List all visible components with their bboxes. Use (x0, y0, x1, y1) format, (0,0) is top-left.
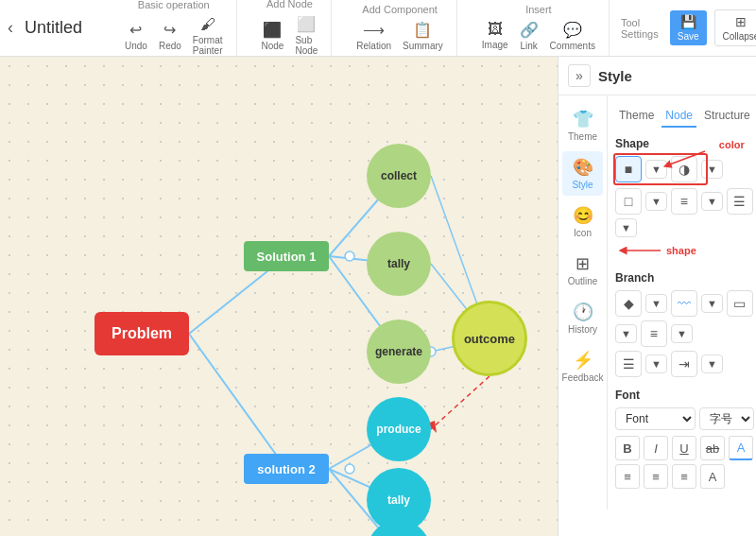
shape-border-dropdown[interactable]: ▼ (645, 192, 667, 211)
relation-button[interactable]: ⟶ Relation (352, 19, 395, 53)
format-painter-button[interactable]: 🖌 Format Painter (189, 14, 227, 58)
sidebar-icons: 👕 Theme 🎨 Style 😊 Icon ⊞ Outline 🕐 (558, 95, 608, 510)
panel-collapse-button[interactable]: » (568, 64, 591, 87)
node-tally1[interactable]: tally (367, 232, 431, 296)
theme-icon: 👕 (573, 109, 593, 130)
format-painter-label: Format Painter (193, 35, 223, 56)
style-tabs: Theme Node Structure (615, 105, 754, 128)
font-color-button[interactable]: A (729, 436, 753, 460)
align-right-button[interactable]: ≡ (672, 464, 696, 489)
tool-settings: Tool Settings 💾 Save ⊞ Collapse ↗ Share … (621, 9, 756, 46)
branch-rect-button[interactable]: ▭ (727, 290, 753, 317)
toolbar-add-component-icons: ⟶ Relation 📋 Summary (352, 19, 447, 53)
node-problem[interactable]: Problem (94, 312, 189, 355)
shape-lines-dropdown[interactable]: ▼ (615, 218, 637, 237)
branch-section-label: Branch (615, 271, 754, 285)
sidebar-feedback[interactable]: ⚡ Feedback (562, 344, 603, 389)
outline-icon: ⊞ (576, 253, 590, 274)
branch-rect-dropdown[interactable]: ▼ (615, 324, 637, 343)
link-label: Link (520, 41, 537, 51)
history-label: History (568, 324, 597, 335)
tab-theme[interactable]: Theme (615, 105, 658, 128)
sidebar-theme[interactable]: 👕 Theme (562, 103, 603, 147)
shape-align-dropdown[interactable]: ▼ (701, 192, 723, 211)
tab-structure[interactable]: Structure (700, 105, 754, 128)
back-button[interactable]: ‹ (8, 15, 13, 42)
shape-border-button[interactable]: □ (615, 188, 642, 215)
branch-fill-button[interactable]: ◆ (615, 290, 642, 317)
collapse-icon: ⊞ (735, 14, 747, 29)
node-outcome[interactable]: outcome (452, 301, 527, 376)
summary-button[interactable]: 📋 Summary (399, 19, 447, 53)
shape-fill-button[interactable]: ■ (615, 156, 642, 182)
italic-button[interactable]: I (644, 436, 668, 460)
document-title: Untitled (25, 18, 100, 38)
link-button[interactable]: 🔗 Link (516, 19, 542, 53)
branch-lines-button[interactable]: ≡ (641, 320, 667, 347)
branch-lines-dropdown[interactable]: ▼ (671, 324, 693, 343)
collapse-button[interactable]: ⊞ Collapse (714, 9, 756, 46)
save-label: Save (678, 31, 699, 42)
font-highlight-button[interactable]: A (700, 464, 725, 489)
font-size-select[interactable]: 字号 (699, 407, 754, 430)
comments-button[interactable]: 💬 Comments (546, 19, 599, 53)
shape-gradient-button[interactable]: ◑ (671, 156, 697, 182)
strikethrough-button[interactable]: ab (700, 436, 725, 460)
produce-label: produce (376, 423, 421, 436)
align-center-button[interactable]: ≡ (644, 464, 668, 489)
shape-annotation: shape (666, 245, 696, 256)
align-left-button[interactable]: ≡ (615, 464, 640, 489)
main-area: Problem Solution 1 solution 2 collect ta… (0, 57, 756, 536)
image-label: Image (482, 40, 508, 50)
shape-lines-button[interactable]: ☰ (727, 188, 753, 215)
feedback-label: Feedback (562, 372, 604, 383)
node-produce[interactable]: produce (367, 397, 431, 461)
redo-button[interactable]: ↪ Redo (155, 19, 185, 53)
save-button[interactable]: 💾 Save (670, 10, 707, 45)
redo-label: Redo (159, 41, 181, 51)
node-generate1[interactable]: generate (367, 320, 431, 384)
toolbar-add-node-label: Add Node (266, 0, 313, 9)
style-label: Style (572, 180, 593, 190)
font-select[interactable]: Font (615, 407, 696, 430)
sidebar-style[interactable]: 🎨 Style (562, 151, 603, 196)
sub-node-button[interactable]: ⬜ Sub Node (291, 13, 321, 58)
node-collect[interactable]: collect (367, 144, 431, 208)
node-solution1[interactable]: Solution 1 (244, 241, 329, 271)
toolbar-insert-label: Insert (525, 4, 552, 15)
bold-button[interactable]: B (615, 436, 640, 460)
font-format-row-1: B I U ab A (615, 436, 754, 460)
node-button[interactable]: ⬛ Node (258, 19, 288, 53)
node-solution2[interactable]: solution 2 (244, 454, 329, 484)
relation-label: Relation (356, 41, 391, 51)
sidebar-history[interactable]: 🕐 History (562, 296, 603, 340)
shape-gradient-dropdown[interactable]: ▼ (701, 160, 723, 179)
branch-list-dropdown[interactable]: ▼ (645, 354, 667, 373)
branch-line-dropdown[interactable]: ▼ (701, 294, 723, 313)
image-button[interactable]: 🖼 Image (478, 19, 512, 52)
link-icon: 🔗 (520, 21, 539, 39)
toolbar-basic-icons: ↩ Undo ↪ Redo 🖌 Format Painter (121, 14, 227, 58)
shape-section: Shape ■ ▼ ◑ ▼ color (615, 137, 754, 260)
shape-fill-dropdown[interactable]: ▼ (645, 160, 667, 179)
branch-fill-dropdown[interactable]: ▼ (645, 294, 667, 313)
branch-indent-dropdown[interactable]: ▼ (701, 354, 723, 373)
branch-list-button[interactable]: ☰ (615, 351, 642, 377)
sub-node-label: Sub Node (295, 35, 318, 56)
sidebar-outline[interactable]: ⊞ Outline (562, 248, 603, 292)
branch-indent-button[interactable]: ⇥ (671, 351, 697, 377)
canvas[interactable]: Problem Solution 1 solution 2 collect ta… (0, 57, 558, 536)
shape-align-button[interactable]: ≡ (671, 188, 697, 215)
undo-button[interactable]: ↩ Undo (121, 19, 151, 53)
toolbar-basic-op: Basic operation ↩ Undo ↪ Redo 🖌 Format P… (112, 0, 237, 56)
shape-row-1: ■ ▼ ◑ ▼ (615, 156, 754, 182)
tab-node[interactable]: Node (662, 105, 696, 128)
branch-section: Branch ◆ ▼ 〰 ▼ ▭ ▼ ≡ ▼ ☰ ▼ ⇥ (615, 271, 754, 377)
panel-header: » Style (558, 57, 756, 95)
sidebar-icon[interactable]: 😊 Icon (562, 199, 603, 244)
toolbar-insert-icons: 🖼 Image 🔗 Link 💬 Comments (478, 19, 599, 53)
branch-line-button[interactable]: 〰 (671, 290, 697, 317)
branch-row-1: ◆ ▼ 〰 ▼ ▭ ▼ ≡ ▼ (615, 290, 754, 347)
outcome-label: outcome (464, 332, 515, 346)
underline-button[interactable]: U (672, 436, 696, 460)
